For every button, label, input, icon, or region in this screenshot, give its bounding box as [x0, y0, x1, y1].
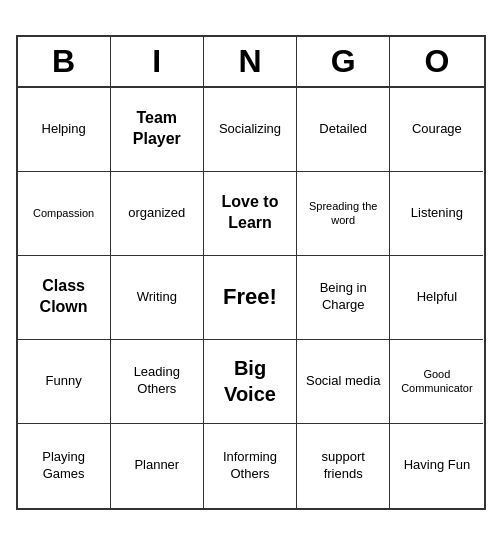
bingo-cell: Team Player [111, 88, 204, 172]
header-letter: B [18, 37, 111, 86]
bingo-cell: Good Communicator [390, 340, 483, 424]
bingo-cell: Helpful [390, 256, 483, 340]
bingo-cell: Love to Learn [204, 172, 297, 256]
bingo-cell: Playing Games [18, 424, 111, 508]
bingo-grid: HelpingTeam PlayerSocializingDetailedCou… [18, 88, 484, 508]
bingo-cell: Class Clown [18, 256, 111, 340]
bingo-cell: Social media [297, 340, 390, 424]
bingo-cell: Compassion [18, 172, 111, 256]
bingo-cell: Big Voice [204, 340, 297, 424]
bingo-card: BINGO HelpingTeam PlayerSocializingDetai… [16, 35, 486, 510]
bingo-cell: Detailed [297, 88, 390, 172]
header-letter: I [111, 37, 204, 86]
bingo-cell: Planner [111, 424, 204, 508]
bingo-cell: Listening [390, 172, 483, 256]
bingo-cell: Being in Charge [297, 256, 390, 340]
header-letter: G [297, 37, 390, 86]
bingo-cell: Writing [111, 256, 204, 340]
bingo-cell: Helping [18, 88, 111, 172]
bingo-cell: Free! [204, 256, 297, 340]
bingo-cell: Socializing [204, 88, 297, 172]
bingo-cell: Having Fun [390, 424, 483, 508]
bingo-cell: organized [111, 172, 204, 256]
bingo-cell: Leading Others [111, 340, 204, 424]
header-letter: O [390, 37, 483, 86]
bingo-cell: Spreading the word [297, 172, 390, 256]
header-letter: N [204, 37, 297, 86]
bingo-cell: support friends [297, 424, 390, 508]
bingo-header: BINGO [18, 37, 484, 88]
bingo-cell: Funny [18, 340, 111, 424]
bingo-cell: Courage [390, 88, 483, 172]
bingo-cell: Informing Others [204, 424, 297, 508]
